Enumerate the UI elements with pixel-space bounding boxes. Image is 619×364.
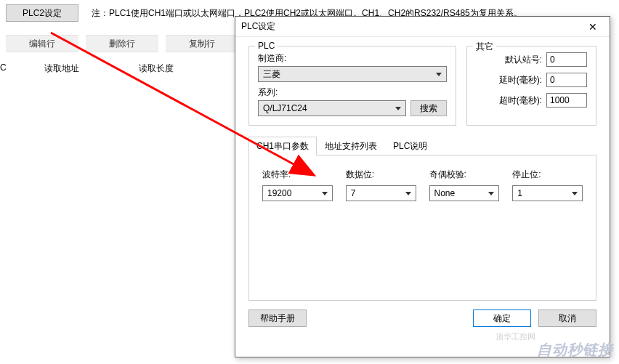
databit-select[interactable]: 7 <box>346 185 416 201</box>
other-legend: 其它 <box>473 41 496 53</box>
copy-row-button[interactable]: 复制行 <box>166 35 238 52</box>
tab-address-list[interactable]: 地址支持列表 <box>317 137 385 155</box>
parity-label: 奇偶校验: <box>429 169 500 181</box>
serial-params-panel: 波特率: 19200 数据位: 7 奇偶校验: None 停止位: 1 <box>248 155 596 301</box>
plc2-settings-button[interactable]: PLC2设定 <box>6 4 78 22</box>
series-value: Q/LJ71C24 <box>263 103 307 113</box>
help-button[interactable]: 帮助手册 <box>248 310 307 327</box>
series-label: 系列: <box>258 86 406 99</box>
baud-value: 19200 <box>267 188 291 198</box>
stopbit-value: 1 <box>517 188 522 198</box>
delay-label: 延时(毫秒): <box>491 74 542 86</box>
databit-label: 数据位: <box>346 169 416 181</box>
other-fieldset: 其它 默认站号: 延时(毫秒): 超时(毫秒): <box>466 46 596 126</box>
delete-row-button[interactable]: 删除行 <box>86 35 158 52</box>
parity-select[interactable]: None <box>429 185 500 201</box>
parity-value: None <box>434 188 456 198</box>
cancel-button[interactable]: 取消 <box>538 310 596 327</box>
search-button[interactable]: 搜索 <box>410 100 447 116</box>
delay-input[interactable] <box>546 73 587 87</box>
col-header-c: C <box>0 62 15 75</box>
timeout-input[interactable] <box>546 93 587 108</box>
stopbit-select[interactable]: 1 <box>512 185 583 201</box>
series-select[interactable]: Q/LJ71C24 <box>258 100 406 116</box>
tab-serial-params[interactable]: CH1串口参数 <box>248 137 317 155</box>
plc-fieldset: PLC 制造商: 三菱 系列: Q/LJ71C24 搜索 <box>248 46 456 126</box>
default-station-input[interactable] <box>546 52 587 67</box>
edit-row-button[interactable]: 编辑行 <box>6 35 78 52</box>
databit-value: 7 <box>351 188 356 198</box>
tab-plc-desc[interactable]: PLC说明 <box>385 137 435 155</box>
col-header-read-address: 读取地址 <box>15 62 109 75</box>
baud-label: 波特率: <box>262 169 333 181</box>
stopbit-label: 停止位: <box>512 169 583 181</box>
maker-select[interactable]: 三菱 <box>258 66 447 82</box>
plc-legend: PLC <box>255 41 278 51</box>
ok-button[interactable]: 确定 <box>473 310 531 327</box>
plc-settings-dialog: PLC设定 ✕ PLC 制造商: 三菱 系列: Q/LJ71C24 搜索 其它 <box>235 16 610 357</box>
baud-select[interactable]: 19200 <box>262 185 333 201</box>
dialog-title: PLC设定 <box>241 20 582 33</box>
maker-label: 制造商: <box>258 52 447 65</box>
maker-value: 三菱 <box>263 68 280 81</box>
col-header-read-length: 读取长度 <box>109 62 203 75</box>
close-icon[interactable]: ✕ <box>582 19 604 35</box>
timeout-label: 超时(毫秒): <box>491 94 542 107</box>
default-station-label: 默认站号: <box>491 54 542 66</box>
